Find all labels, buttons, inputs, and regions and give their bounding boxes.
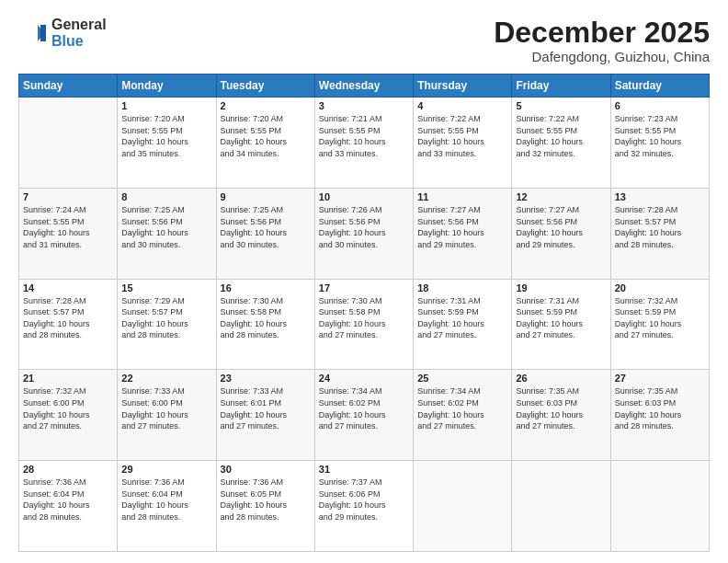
day-number: 4 [417,100,507,111]
day-number: 9 [221,191,311,202]
day-info: Sunrise: 7:20 AM Sunset: 5:55 PM Dayligh… [221,113,311,159]
calendar-day-header: Thursday [414,75,512,98]
day-info: Sunrise: 7:36 AM Sunset: 6:04 PM Dayligh… [121,477,211,523]
calendar-cell: 22Sunrise: 7:33 AM Sunset: 6:00 PM Dayli… [118,370,216,461]
calendar-day-header: Tuesday [216,75,314,98]
day-number: 10 [319,191,409,202]
logo-general-text: General [51,17,107,33]
day-info: Sunrise: 7:37 AM Sunset: 6:06 PM Dayligh… [319,477,409,523]
day-info: Sunrise: 7:23 AM Sunset: 5:55 PM Dayligh… [615,113,705,159]
day-number: 15 [121,282,211,293]
day-number: 8 [121,191,211,202]
day-number: 27 [615,373,705,384]
day-info: Sunrise: 7:22 AM Sunset: 5:55 PM Dayligh… [516,113,606,159]
calendar-table: SundayMondayTuesdayWednesdayThursdayFrid… [18,74,710,552]
calendar-cell: 4Sunrise: 7:22 AM Sunset: 5:55 PM Daylig… [414,98,512,189]
day-info: Sunrise: 7:26 AM Sunset: 5:56 PM Dayligh… [319,204,409,250]
day-number: 23 [221,373,311,384]
day-info: Sunrise: 7:30 AM Sunset: 5:58 PM Dayligh… [319,295,409,341]
calendar-cell: 8Sunrise: 7:25 AM Sunset: 5:56 PM Daylig… [118,188,216,279]
day-number: 22 [121,373,211,384]
day-info: Sunrise: 7:33 AM Sunset: 6:01 PM Dayligh… [221,385,311,431]
day-number: 3 [319,100,409,111]
location: Dafengdong, Guizhou, China [494,49,710,64]
calendar-week-row: 28Sunrise: 7:36 AM Sunset: 6:04 PM Dayli… [19,461,710,552]
calendar-cell: 27Sunrise: 7:35 AM Sunset: 6:03 PM Dayli… [610,370,709,461]
day-number: 19 [516,282,606,293]
day-number: 11 [417,191,507,202]
day-info: Sunrise: 7:36 AM Sunset: 6:05 PM Dayligh… [221,477,311,523]
calendar-cell: 15Sunrise: 7:29 AM Sunset: 5:57 PM Dayli… [118,279,216,370]
day-info: Sunrise: 7:28 AM Sunset: 5:57 PM Dayligh… [23,295,113,341]
calendar-cell: 14Sunrise: 7:28 AM Sunset: 5:57 PM Dayli… [19,279,118,370]
calendar-cell: 9Sunrise: 7:25 AM Sunset: 5:56 PM Daylig… [216,188,314,279]
calendar-cell: 7Sunrise: 7:24 AM Sunset: 5:55 PM Daylig… [19,188,118,279]
day-number: 12 [516,191,606,202]
logo-blue-text: Blue [51,33,107,50]
calendar-cell: 16Sunrise: 7:30 AM Sunset: 5:58 PM Dayli… [216,279,314,370]
day-info: Sunrise: 7:21 AM Sunset: 5:55 PM Dayligh… [319,113,409,159]
calendar-cell: 1Sunrise: 7:20 AM Sunset: 5:55 PM Daylig… [118,98,216,189]
calendar-cell: 21Sunrise: 7:32 AM Sunset: 6:00 PM Dayli… [19,370,118,461]
day-number: 7 [23,191,113,202]
day-number: 18 [417,282,507,293]
calendar-cell [19,98,118,189]
day-info: Sunrise: 7:27 AM Sunset: 5:56 PM Dayligh… [417,204,507,250]
day-info: Sunrise: 7:28 AM Sunset: 5:57 PM Dayligh… [615,204,705,250]
calendar-cell: 18Sunrise: 7:31 AM Sunset: 5:59 PM Dayli… [414,279,512,370]
calendar-cell: 13Sunrise: 7:28 AM Sunset: 5:57 PM Dayli… [610,188,709,279]
day-info: Sunrise: 7:33 AM Sunset: 6:00 PM Dayligh… [121,385,211,431]
calendar-day-header: Saturday [610,75,709,98]
calendar-cell: 2Sunrise: 7:20 AM Sunset: 5:55 PM Daylig… [216,98,314,189]
day-number: 25 [417,373,507,384]
day-info: Sunrise: 7:36 AM Sunset: 6:04 PM Dayligh… [23,477,113,523]
day-number: 17 [319,282,409,293]
calendar-cell: 11Sunrise: 7:27 AM Sunset: 5:56 PM Dayli… [414,188,512,279]
calendar-cell: 28Sunrise: 7:36 AM Sunset: 6:04 PM Dayli… [19,461,118,552]
day-info: Sunrise: 7:24 AM Sunset: 5:55 PM Dayligh… [23,204,113,250]
calendar-cell: 29Sunrise: 7:36 AM Sunset: 6:04 PM Dayli… [118,461,216,552]
day-info: Sunrise: 7:29 AM Sunset: 5:57 PM Dayligh… [121,295,211,341]
calendar-cell: 17Sunrise: 7:30 AM Sunset: 5:58 PM Dayli… [314,279,413,370]
calendar-day-header: Monday [118,75,216,98]
day-number: 1 [121,100,211,111]
calendar-cell: 30Sunrise: 7:36 AM Sunset: 6:05 PM Dayli… [216,461,314,552]
calendar-cell: 12Sunrise: 7:27 AM Sunset: 5:56 PM Dayli… [512,188,610,279]
calendar-week-row: 7Sunrise: 7:24 AM Sunset: 5:55 PM Daylig… [19,188,710,279]
calendar-cell: 26Sunrise: 7:35 AM Sunset: 6:03 PM Dayli… [512,370,610,461]
calendar-day-header: Friday [512,75,610,98]
page: General Blue December 2025 Dafengdong, G… [0,0,728,563]
day-info: Sunrise: 7:32 AM Sunset: 6:00 PM Dayligh… [23,385,113,431]
day-number: 14 [23,282,113,293]
calendar-cell [610,461,709,552]
logo: General Blue [18,17,107,49]
day-number: 6 [615,100,705,111]
day-number: 26 [516,373,606,384]
calendar-header-row: SundayMondayTuesdayWednesdayThursdayFrid… [19,75,710,98]
day-number: 20 [615,282,705,293]
calendar-day-header: Wednesday [314,75,413,98]
title-block: December 2025 Dafengdong, Guizhou, China [494,17,710,64]
calendar-cell [414,461,512,552]
day-info: Sunrise: 7:34 AM Sunset: 6:02 PM Dayligh… [319,385,409,431]
day-number: 21 [23,373,113,384]
calendar-cell: 31Sunrise: 7:37 AM Sunset: 6:06 PM Dayli… [314,461,413,552]
calendar-cell: 10Sunrise: 7:26 AM Sunset: 5:56 PM Dayli… [314,188,413,279]
day-info: Sunrise: 7:35 AM Sunset: 6:03 PM Dayligh… [516,385,606,431]
calendar-cell: 23Sunrise: 7:33 AM Sunset: 6:01 PM Dayli… [216,370,314,461]
day-info: Sunrise: 7:35 AM Sunset: 6:03 PM Dayligh… [615,385,705,431]
calendar-cell: 20Sunrise: 7:32 AM Sunset: 5:59 PM Dayli… [610,279,709,370]
calendar-cell: 6Sunrise: 7:23 AM Sunset: 5:55 PM Daylig… [610,98,709,189]
day-info: Sunrise: 7:25 AM Sunset: 5:56 PM Dayligh… [121,204,211,250]
day-number: 30 [221,464,311,475]
calendar-week-row: 21Sunrise: 7:32 AM Sunset: 6:00 PM Dayli… [19,370,710,461]
calendar-cell: 19Sunrise: 7:31 AM Sunset: 5:59 PM Dayli… [512,279,610,370]
calendar-week-row: 1Sunrise: 7:20 AM Sunset: 5:55 PM Daylig… [19,98,710,189]
day-number: 13 [615,191,705,202]
calendar-cell: 25Sunrise: 7:34 AM Sunset: 6:02 PM Dayli… [414,370,512,461]
calendar-cell: 5Sunrise: 7:22 AM Sunset: 5:55 PM Daylig… [512,98,610,189]
calendar-day-header: Sunday [19,75,118,98]
day-info: Sunrise: 7:22 AM Sunset: 5:55 PM Dayligh… [417,113,507,159]
logo-icon [18,19,46,47]
calendar-cell: 24Sunrise: 7:34 AM Sunset: 6:02 PM Dayli… [314,370,413,461]
